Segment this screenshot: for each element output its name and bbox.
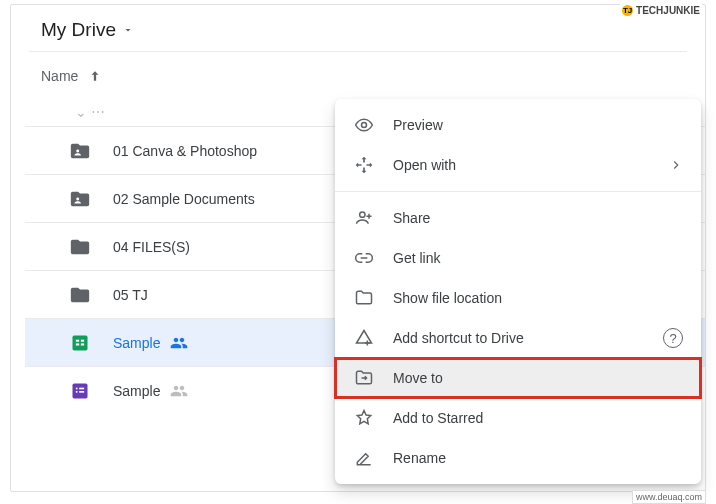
folder-icon bbox=[69, 236, 91, 258]
breadcrumb[interactable]: My Drive bbox=[11, 5, 705, 51]
chevron-right-icon bbox=[669, 158, 683, 172]
file-name: 04 FILES(S) bbox=[113, 239, 190, 255]
menu-item-open-with[interactable]: Open with bbox=[335, 145, 701, 185]
svg-rect-6 bbox=[81, 343, 84, 345]
menu-label: Add to Starred bbox=[393, 410, 683, 426]
folder-move-icon bbox=[353, 367, 375, 389]
menu-item-share[interactable]: Share bbox=[335, 198, 701, 238]
chevron-down-icon bbox=[122, 24, 134, 36]
svg-rect-2 bbox=[73, 335, 88, 350]
page-title: My Drive bbox=[41, 19, 116, 41]
menu-label: Move to bbox=[393, 370, 683, 386]
forms-icon bbox=[69, 380, 91, 402]
menu-label: Show file location bbox=[393, 290, 683, 306]
menu-item-get-link[interactable]: Get link bbox=[335, 238, 701, 278]
shared-icon bbox=[170, 334, 188, 352]
star-icon bbox=[353, 407, 375, 429]
menu-item-move-to[interactable]: Move to bbox=[335, 358, 701, 398]
svg-point-1 bbox=[76, 197, 79, 200]
menu-item-preview[interactable]: Preview bbox=[335, 105, 701, 145]
help-icon[interactable]: ? bbox=[663, 328, 683, 348]
svg-point-13 bbox=[360, 212, 365, 217]
svg-rect-5 bbox=[76, 343, 79, 345]
svg-rect-8 bbox=[76, 387, 78, 389]
file-name: 01 Canva & Photoshop bbox=[113, 143, 257, 159]
folder-outline-icon bbox=[353, 287, 375, 309]
drive-add-icon bbox=[353, 327, 375, 349]
column-label: Name bbox=[41, 68, 78, 84]
file-name: 02 Sample Documents bbox=[113, 191, 255, 207]
menu-label: Share bbox=[393, 210, 683, 226]
link-icon bbox=[353, 247, 375, 269]
menu-label: Rename bbox=[393, 450, 683, 466]
column-header-name[interactable]: Name bbox=[11, 52, 705, 98]
file-name: Sample bbox=[113, 383, 160, 399]
menu-label: Open with bbox=[393, 157, 651, 173]
folder-shared-icon bbox=[69, 140, 91, 162]
file-name: 05 TJ bbox=[113, 287, 148, 303]
svg-point-12 bbox=[362, 123, 367, 128]
watermark-text: TECHJUNKIE bbox=[636, 5, 700, 16]
menu-label: Add shortcut to Drive bbox=[393, 330, 645, 346]
menu-label: Preview bbox=[393, 117, 683, 133]
chevron-icon: ⌄ ⋯ bbox=[75, 104, 105, 120]
context-menu: Preview Open with Share Get link bbox=[335, 99, 701, 484]
open-with-icon bbox=[353, 154, 375, 176]
menu-separator bbox=[335, 191, 701, 192]
menu-item-add-starred[interactable]: Add to Starred bbox=[335, 398, 701, 438]
svg-point-0 bbox=[76, 149, 79, 152]
file-name: Sample bbox=[113, 335, 160, 351]
svg-rect-3 bbox=[76, 339, 79, 341]
watermark-url: www.deuaq.com bbox=[632, 490, 706, 504]
svg-rect-4 bbox=[81, 339, 84, 341]
menu-item-show-location[interactable]: Show file location bbox=[335, 278, 701, 318]
menu-item-add-shortcut[interactable]: Add shortcut to Drive ? bbox=[335, 318, 701, 358]
svg-rect-11 bbox=[79, 391, 84, 393]
folder-shared-icon bbox=[69, 188, 91, 210]
svg-rect-10 bbox=[76, 391, 78, 393]
menu-label: Get link bbox=[393, 250, 683, 266]
shared-icon bbox=[170, 382, 188, 400]
pencil-icon bbox=[353, 447, 375, 469]
sheets-icon bbox=[69, 332, 91, 354]
eye-icon bbox=[353, 114, 375, 136]
person-add-icon bbox=[353, 207, 375, 229]
menu-item-rename[interactable]: Rename bbox=[335, 438, 701, 478]
sort-arrow-up-icon bbox=[88, 69, 102, 83]
svg-rect-9 bbox=[79, 387, 84, 389]
watermark-logo: TJ TECHJUNKIE bbox=[620, 4, 702, 17]
folder-icon bbox=[69, 284, 91, 306]
